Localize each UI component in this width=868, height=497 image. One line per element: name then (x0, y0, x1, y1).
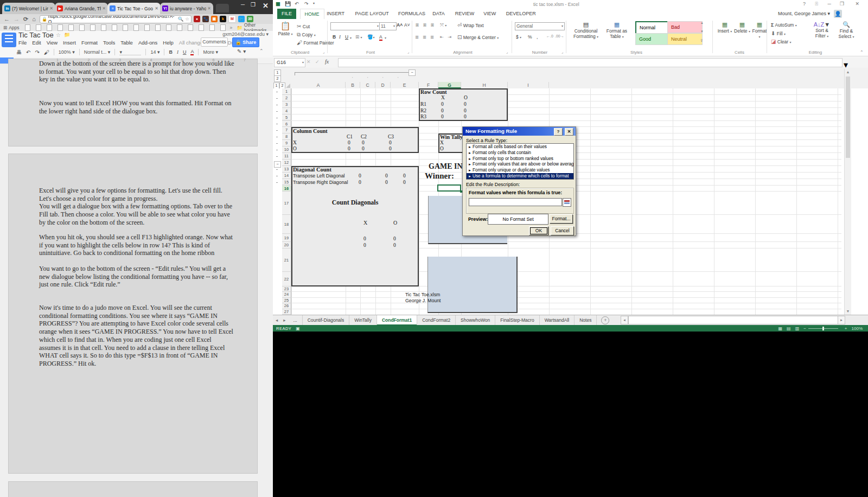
print-icon[interactable]: 🖶 (16, 49, 22, 55)
cell-E14[interactable]: 0 (403, 173, 406, 179)
autosum-button[interactable]: Σ AutoSum ▾ (771, 22, 797, 28)
sheet-next-icon[interactable]: ▸ (280, 315, 288, 326)
bookmark-item[interactable] (47, 24, 52, 31)
gallery-down-icon[interactable]: ▼ (700, 30, 704, 33)
cell-A7[interactable]: Column Count (293, 128, 328, 134)
column-header-G[interactable]: G (438, 82, 461, 88)
sheet-tab-showwhowon[interactable]: ShowwhoWon (456, 315, 495, 326)
apps-grid-icon[interactable]: ⊞ (3, 25, 7, 30)
cell-A10[interactable]: O (293, 146, 297, 151)
cell-author-note[interactable]: George J. Mount (405, 298, 441, 303)
font-size-select[interactable]: 11 ▾ (379, 22, 397, 30)
ribbon-tab-data[interactable]: DATA (428, 9, 449, 19)
ribbon-tab-page-layout[interactable]: PAGE LAYOUT (351, 9, 393, 19)
cell-A13[interactable]: Diagonal Count (293, 167, 331, 173)
row-header-5[interactable]: 5 (282, 114, 291, 121)
bookmark-item[interactable] (25, 24, 30, 31)
scroll-down-icon[interactable]: ▼ (845, 308, 851, 315)
column-header-H[interactable]: H (461, 82, 508, 88)
style-good[interactable]: Good (635, 33, 671, 45)
bookmark-item[interactable] (90, 24, 95, 31)
cell-D14[interactable]: 0 (385, 173, 388, 179)
cell-A14[interactable]: Transpose Left Diagonal (293, 173, 345, 179)
lower-board-shape[interactable] (427, 257, 518, 313)
cell-C14[interactable]: 0 (359, 173, 361, 179)
format-cells-button[interactable]: ▦Format ▾ (751, 21, 768, 39)
sheet-prev-icon[interactable]: ◂ (273, 315, 280, 326)
column-header-C[interactable]: C (360, 82, 375, 88)
undo-icon[interactable]: ↶ (295, 1, 299, 7)
cell-C20[interactable]: 0 (363, 243, 366, 248)
menu-item-view[interactable]: View (47, 40, 58, 46)
undo-icon[interactable]: ↶ (26, 49, 30, 55)
copy-button[interactable]: ⧉ Copy ▾ (297, 31, 316, 38)
cell-D15[interactable]: 0 (385, 180, 388, 185)
accounting-format-button[interactable]: $ ▾ (516, 34, 521, 40)
apps-label[interactable]: Apps (9, 25, 19, 30)
cell-F3[interactable]: R1 (420, 101, 426, 107)
avatar[interactable]: 👤 (834, 10, 842, 18)
enter-icon[interactable]: ✓ (315, 59, 320, 65)
cell-G2[interactable]: X (441, 95, 445, 100)
collapse-toolbar-icon[interactable]: ⌃ (259, 48, 264, 54)
merge-center-button[interactable]: ⊡ Merge & Center ▾ (457, 34, 499, 40)
conditional-formatting-button[interactable]: ▤ Conditional Formatting ▾ (570, 21, 602, 39)
cell-B10[interactable]: 0 (348, 146, 350, 151)
more-button[interactable]: More ▾ (203, 49, 218, 55)
menu-item-add-ons[interactable]: Add-ons (138, 40, 157, 46)
doc-paragraph[interactable]: Down at the bottom of the screen there i… (39, 60, 257, 84)
zoom-in-icon[interactable]: + (845, 326, 847, 331)
cell-G4[interactable]: 0 (441, 108, 444, 113)
cancel-icon[interactable]: ✕ (307, 59, 311, 65)
cell-G3[interactable]: 0 (441, 101, 444, 107)
share-button[interactable]: 🔒 Share (232, 37, 259, 47)
save-icon[interactable]: 💾 (285, 1, 291, 7)
row-header-2[interactable]: 2 (282, 95, 291, 101)
rule-type-listbox[interactable]: ►Format all cells based on their values►… (466, 143, 574, 180)
text-color-button[interactable]: A (190, 49, 194, 55)
help-icon[interactable]: ? (803, 1, 806, 7)
rule-type-option[interactable]: ►Format all cells based on their values (467, 144, 573, 150)
doc-paragraph[interactable]: Now it's time to do a judo move on Excel… (39, 304, 257, 368)
user-name[interactable]: Mount, George James ▾ (778, 9, 830, 19)
style-normal[interactable]: Normal (635, 21, 672, 34)
home-icon[interactable]: ⌂ (32, 16, 36, 22)
find-select-button[interactable]: 🔍 Find &Select ▾ (835, 21, 858, 39)
bookmark-item[interactable] (101, 24, 106, 31)
row-header-15[interactable]: 15 (282, 179, 291, 186)
hscroll-right-icon[interactable]: ▸ (838, 316, 845, 324)
row-header-7[interactable]: 7 (282, 127, 291, 133)
increase-decimal-icon[interactable]: ←.0 (546, 34, 553, 38)
font-size-select[interactable]: 14 ▾ (150, 49, 159, 55)
ribbon-tab-file[interactable]: FILE (277, 9, 296, 19)
page-break-view-icon[interactable]: ▥ (795, 326, 800, 331)
cell-D9[interactable]: 0 (389, 140, 392, 145)
close-icon[interactable]: ✕ (855, 1, 859, 7)
dialog-help-icon[interactable]: ? (554, 128, 563, 136)
dialog-launcher-icon[interactable]: ⌟ (323, 50, 324, 54)
shrink-font-button[interactable]: A˅ (404, 22, 410, 28)
sheet-tab-condformat2[interactable]: CondFormat2 (417, 315, 456, 326)
doc-paragraph[interactable]: Excel will give you a few options for fo… (39, 187, 257, 227)
row-header-17[interactable]: 17 (282, 192, 291, 215)
minimize-icon[interactable]: ─ (241, 2, 245, 8)
row-header-1[interactable]: 1 (282, 88, 291, 95)
cell-D18[interactable]: O (393, 220, 397, 226)
horizontal-scrollbar[interactable] (628, 316, 838, 324)
sheet-tab-overflow[interactable]: ... (289, 315, 303, 326)
document-title[interactable]: Tic Tac Toe (18, 31, 54, 39)
row-header-10[interactable]: 10 (282, 146, 291, 153)
menu-item-format[interactable]: Format (81, 40, 98, 46)
collapse-ribbon-icon[interactable]: ⌃ (860, 50, 864, 55)
menu-item-insert[interactable]: Insert (63, 40, 76, 46)
extension-icon[interactable]: 30 (247, 16, 253, 22)
gallery-more-icon[interactable]: ⊽ (700, 39, 703, 42)
doc-paragraph[interactable]: When you hit ok, you should see a cell F… (39, 233, 257, 257)
redo-icon[interactable]: ↷ (304, 1, 309, 7)
bookmark-item[interactable] (36, 24, 41, 31)
cell-F1[interactable]: Row Count (420, 89, 447, 95)
cell-C15[interactable]: 0 (359, 180, 361, 185)
edit-mode-pencil-icon[interactable]: ✎ ▾ (237, 48, 246, 54)
sheet-tab-countif-diagonals[interactable]: Countif-Diagonals (303, 315, 350, 326)
bookmark-item[interactable] (177, 24, 182, 31)
